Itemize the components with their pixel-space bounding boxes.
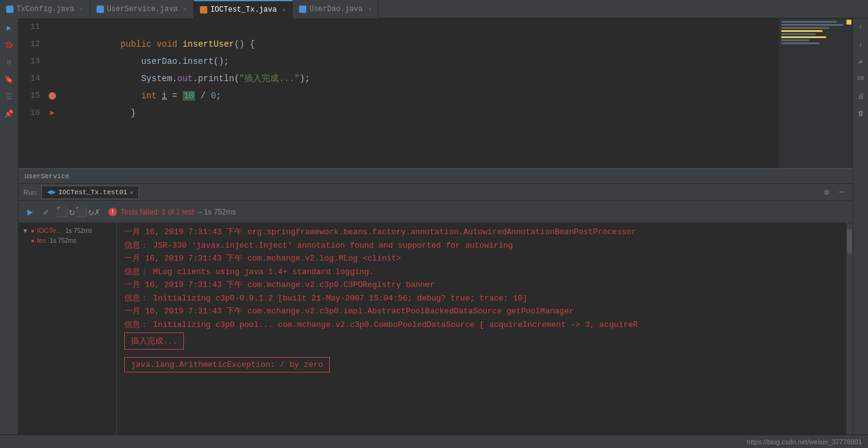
console-line-3: 一月 16, 2019 7:31:43 下午 com.mchange.v2.lo…	[117, 252, 846, 265]
code-content-16: }	[58, 87, 853, 139]
line-num-11: 11	[18, 18, 46, 36]
line-num-15: 15	[18, 87, 46, 104]
rerun-failed-button[interactable]: ↻✗	[87, 205, 101, 219]
minimap-indicator	[846, 20, 851, 25]
debug-arrow-icon: ▶	[50, 104, 54, 122]
console-output[interactable]: 一月 16, 2019 7:31:43 下午 org.springframewo…	[117, 223, 846, 434]
line-num-14: 14	[18, 70, 46, 87]
test-status: ! Tests failed: 1 of 1 test – 1s 752ms	[108, 208, 236, 216]
print-icon[interactable]: 🖨	[855, 90, 866, 101]
settings-icon[interactable]: ⚙	[821, 186, 833, 198]
arrow-down-icon[interactable]: ↓	[855, 39, 866, 50]
expand-icon[interactable]: ▼	[22, 227, 28, 234]
console-boxed-line-10: java.lang.ArithmeticException: / by zero	[124, 357, 330, 372]
check-button[interactable]: ✓	[39, 205, 53, 219]
url-text: https://blog.csdn.net/weixin_37778801	[747, 438, 862, 446]
tab-bar: TxConfig.java ✕ UserService.java ✕ IOCTe…	[0, 0, 868, 18]
breadcrumb-label: UserService	[25, 173, 70, 180]
breadcrumb-bar: UserService	[18, 169, 853, 184]
run-content: ▼ ● IOCTe... 1s 752ms ● tes 1s 752ms 一月 …	[18, 223, 853, 434]
reformat-icon[interactable]: ⇌	[855, 56, 866, 67]
tree-child-label: tes	[37, 237, 46, 244]
stop-button[interactable]: ⬛	[55, 205, 69, 219]
console-scrollbar[interactable]	[846, 223, 853, 434]
line-num-16: 16	[18, 104, 46, 122]
minimap-line	[781, 33, 816, 35]
pin-sidebar-icon[interactable]: 📌	[3, 108, 15, 120]
breakpoint-indicator[interactable]	[49, 92, 56, 100]
console-spacer	[117, 351, 846, 356]
java-file-icon	[6, 6, 14, 13]
console-scrollbar-thumb	[847, 229, 852, 254]
rerun-all-button[interactable]: ↻⬛	[71, 205, 85, 219]
minimize-icon[interactable]: —	[835, 186, 848, 198]
run-play-icon: ◀▶	[47, 187, 55, 197]
debug-sidebar-icon[interactable]: 🐞	[3, 39, 15, 51]
tree-root-item[interactable]: ▼ ● IOCTe... 1s 752ms	[18, 226, 116, 235]
delete-icon[interactable]: 🗑	[855, 108, 866, 119]
console-boxed-line-9: 插入完成...	[124, 332, 184, 350]
java-file-icon	[97, 6, 104, 13]
run-tab-close[interactable]: ✕	[130, 189, 133, 196]
main-area: ▶ 🐞 ⚙ 🔖 ☰ 📌 11 12 public v	[0, 18, 868, 434]
tab-userservice-label: UserService.java	[107, 5, 178, 14]
left-sidebar: ▶ 🐞 ⚙ 🔖 ☰ 📌	[0, 18, 18, 434]
tab-txconfig-label: TxConfig.java	[17, 5, 74, 14]
console-line-7: 一月 16, 2019 7:31:43 下午 com.mchange.v2.c3…	[117, 305, 846, 318]
tab-userdao[interactable]: UserDao.java ✕	[293, 0, 378, 18]
test-tree: ▼ ● IOCTe... 1s 752ms ● tes 1s 752ms	[18, 223, 117, 434]
line-num-13: 13	[18, 53, 46, 70]
tab-userservice[interactable]: UserService.java ✕	[90, 0, 194, 18]
run-controls: ▶ ✓ ⬛ ↻⬛ ↻✗ ! Tests failed: 1 of 1 test …	[18, 201, 853, 223]
java-file-icon	[299, 6, 306, 13]
tab-ioctest[interactable]: IOCTest_Tx.java ✕	[194, 0, 293, 18]
run-label: Run:	[23, 189, 38, 196]
database-icon[interactable]: DB	[855, 73, 866, 84]
toolbar-icons: ⚙ —	[821, 186, 848, 198]
right-sidebar: ↑ ↓ ⇌ DB 🖨 🗑	[853, 18, 868, 434]
tree-child-item[interactable]: ● tes 1s 752ms	[18, 235, 116, 245]
minimap-line	[781, 42, 819, 44]
run-tab[interactable]: ◀▶ IOCTest_Tx.test01 ✕	[41, 186, 139, 199]
console-line-1: 一月 16, 2019 7:31:43 下午 org.springframewo…	[117, 226, 846, 239]
minimap-line	[781, 39, 809, 41]
fail-indicator: !	[108, 208, 117, 216]
run-toolbar: Run: ◀▶ IOCTest_Tx.test01 ✕ ⚙ —	[18, 184, 853, 201]
play-button[interactable]: ▶	[23, 205, 37, 219]
fail-text: Tests failed: 1 of 1 test	[121, 208, 194, 216]
fail-circle-icon-child: ●	[31, 237, 34, 244]
line-num-12: 12	[18, 36, 46, 53]
gutter-16: ▶	[46, 104, 58, 122]
tab-ioctest-label: IOCTest_Tx.java	[210, 6, 277, 14]
structure-sidebar-icon[interactable]: ☰	[3, 90, 15, 103]
console-line-8: 信息： Initializing c3p0 pool... com.mchang…	[117, 318, 846, 332]
tree-child-time: 1s 752ms	[50, 237, 76, 244]
minimap-line	[781, 27, 829, 29]
minimap-line	[781, 24, 843, 26]
tab-ioctest-close[interactable]: ✕	[282, 6, 286, 14]
tab-userdao-label: UserDao.java	[309, 5, 362, 14]
run-sidebar-icon[interactable]: ▶	[3, 22, 15, 34]
run-panel: Run: ◀▶ IOCTest_Tx.test01 ✕ ⚙ — ▶ ✓ ⬛ ↻⬛…	[18, 184, 853, 434]
code-line-16: 16 ▶ }	[18, 104, 853, 122]
tab-userservice-close[interactable]: ✕	[183, 6, 187, 13]
java-file-icon-active	[200, 6, 207, 14]
tab-txconfig-close[interactable]: ✕	[80, 6, 84, 13]
console-line-4: 信息： MLog clients using java 1.4+ standar…	[117, 265, 846, 279]
minimap-line-highlight	[781, 36, 826, 38]
code-editor[interactable]: 11 12 public void insertUser() { 13	[18, 18, 853, 169]
arrow-up-icon[interactable]: ↑	[855, 22, 866, 33]
gutter-15	[46, 92, 58, 100]
tab-userdao-close[interactable]: ✕	[368, 6, 372, 13]
fail-circle-icon: ●	[31, 227, 34, 234]
minimap-line	[781, 21, 837, 23]
bookmark-sidebar-icon[interactable]: 🔖	[3, 73, 15, 85]
editor-container: 11 12 public void insertUser() { 13	[18, 18, 853, 434]
minimap-line-highlight	[781, 30, 822, 32]
tab-txconfig[interactable]: TxConfig.java ✕	[0, 0, 90, 18]
tool-sidebar-icon[interactable]: ⚙	[3, 56, 15, 68]
console-line-5: 一月 16, 2019 7:31:43 下午 com.mchange.v2.c3…	[117, 278, 846, 292]
console-boxed-wrapper-1: 插入完成...	[117, 331, 846, 351]
minimap	[779, 18, 853, 168]
console-boxed-wrapper-2: java.lang.ArithmeticException: / by zero	[117, 356, 846, 374]
